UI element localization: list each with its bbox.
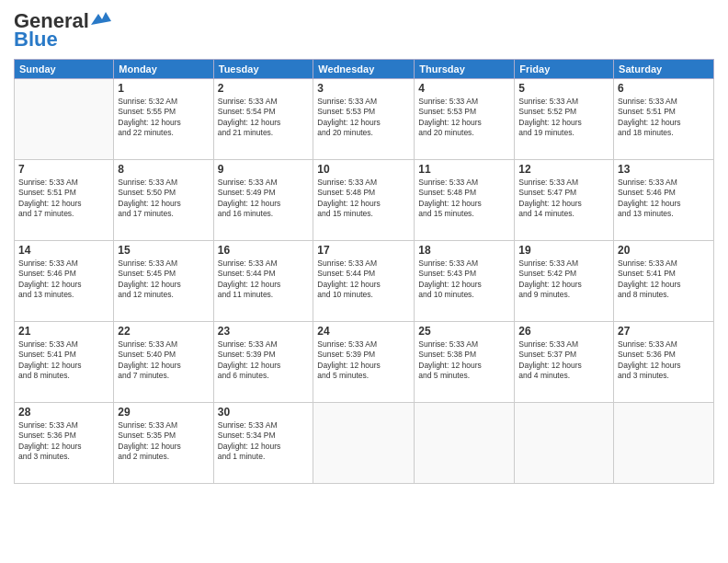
day-info: Sunrise: 5:33 AMSunset: 5:46 PMDaylight:…: [18, 259, 109, 301]
day-info: Sunrise: 5:33 AMSunset: 5:38 PMDaylight:…: [418, 339, 510, 382]
table-row: 25Sunrise: 5:33 AMSunset: 5:38 PMDayligh…: [415, 322, 515, 403]
day-info: Sunrise: 5:33 AMSunset: 5:49 PMDaylight:…: [218, 178, 310, 220]
table-row: 16Sunrise: 5:33 AMSunset: 5:44 PMDayligh…: [213, 241, 313, 322]
day-number: 13: [618, 163, 710, 176]
day-info: Sunrise: 5:33 AMSunset: 5:35 PMDaylight:…: [118, 420, 209, 463]
day-number: 19: [518, 244, 609, 257]
day-number: 22: [118, 325, 209, 338]
day-number: 8: [118, 163, 209, 176]
table-row: 1Sunrise: 5:32 AMSunset: 5:55 PMDaylight…: [114, 79, 213, 160]
day-number: 16: [218, 244, 310, 257]
table-row: 3Sunrise: 5:33 AMSunset: 5:53 PMDaylight…: [313, 79, 415, 160]
table-row: [15, 79, 114, 160]
day-info: Sunrise: 5:33 AMSunset: 5:39 PMDaylight:…: [317, 339, 410, 382]
table-row: 24Sunrise: 5:33 AMSunset: 5:39 PMDayligh…: [313, 322, 415, 403]
table-row: 7Sunrise: 5:33 AMSunset: 5:51 PMDaylight…: [15, 160, 114, 241]
calendar-week-row: 7Sunrise: 5:33 AMSunset: 5:51 PMDaylight…: [15, 160, 714, 241]
day-info: Sunrise: 5:33 AMSunset: 5:53 PMDaylight:…: [317, 97, 410, 139]
day-info: Sunrise: 5:33 AMSunset: 5:43 PMDaylight:…: [418, 259, 510, 301]
header: General Blue: [14, 9, 714, 52]
day-info: Sunrise: 5:33 AMSunset: 5:50 PMDaylight:…: [118, 178, 209, 220]
day-info: Sunrise: 5:33 AMSunset: 5:41 PMDaylight:…: [18, 339, 109, 382]
table-row: 23Sunrise: 5:33 AMSunset: 5:39 PMDayligh…: [213, 322, 313, 403]
table-row: 28Sunrise: 5:33 AMSunset: 5:36 PMDayligh…: [15, 403, 114, 484]
table-row: [415, 403, 515, 484]
logo: General Blue: [14, 9, 111, 52]
day-number: 14: [18, 244, 109, 257]
logo-blue: Blue: [14, 28, 58, 52]
day-info: Sunrise: 5:33 AMSunset: 5:39 PMDaylight:…: [218, 339, 310, 382]
day-number: 27: [618, 325, 710, 338]
day-info: Sunrise: 5:33 AMSunset: 5:51 PMDaylight:…: [618, 97, 710, 139]
day-number: 2: [218, 82, 310, 95]
table-row: 13Sunrise: 5:33 AMSunset: 5:46 PMDayligh…: [614, 160, 714, 241]
day-info: Sunrise: 5:33 AMSunset: 5:41 PMDaylight:…: [618, 259, 710, 301]
day-number: 26: [518, 325, 609, 338]
day-number: 12: [518, 163, 609, 176]
day-number: 17: [317, 244, 410, 257]
table-row: 27Sunrise: 5:33 AMSunset: 5:36 PMDayligh…: [614, 322, 714, 403]
col-tuesday: Tuesday: [213, 60, 313, 79]
day-number: 21: [18, 325, 109, 338]
col-wednesday: Wednesday: [313, 60, 415, 79]
table-row: 19Sunrise: 5:33 AMSunset: 5:42 PMDayligh…: [515, 241, 614, 322]
day-number: 3: [317, 82, 410, 95]
col-monday: Monday: [114, 60, 213, 79]
day-info: Sunrise: 5:33 AMSunset: 5:44 PMDaylight:…: [218, 259, 310, 301]
table-row: 20Sunrise: 5:33 AMSunset: 5:41 PMDayligh…: [614, 241, 714, 322]
table-row: 11Sunrise: 5:33 AMSunset: 5:48 PMDayligh…: [415, 160, 515, 241]
table-row: [313, 403, 415, 484]
col-sunday: Sunday: [15, 60, 114, 79]
day-info: Sunrise: 5:33 AMSunset: 5:51 PMDaylight:…: [18, 178, 109, 220]
day-number: 7: [18, 163, 109, 176]
day-info: Sunrise: 5:33 AMSunset: 5:44 PMDaylight:…: [317, 259, 410, 301]
day-info: Sunrise: 5:33 AMSunset: 5:36 PMDaylight:…: [18, 420, 109, 463]
day-info: Sunrise: 5:33 AMSunset: 5:34 PMDaylight:…: [218, 420, 310, 463]
table-row: 14Sunrise: 5:33 AMSunset: 5:46 PMDayligh…: [15, 241, 114, 322]
col-friday: Friday: [515, 60, 614, 79]
day-info: Sunrise: 5:32 AMSunset: 5:55 PMDaylight:…: [118, 97, 209, 139]
table-row: 21Sunrise: 5:33 AMSunset: 5:41 PMDayligh…: [15, 322, 114, 403]
day-number: 25: [418, 325, 510, 338]
table-row: 4Sunrise: 5:33 AMSunset: 5:53 PMDaylight…: [415, 79, 515, 160]
table-row: 10Sunrise: 5:33 AMSunset: 5:48 PMDayligh…: [313, 160, 415, 241]
day-number: 4: [418, 82, 510, 95]
day-number: 6: [618, 82, 710, 95]
table-row: 5Sunrise: 5:33 AMSunset: 5:52 PMDaylight…: [515, 79, 614, 160]
calendar-week-row: 14Sunrise: 5:33 AMSunset: 5:46 PMDayligh…: [15, 241, 714, 322]
table-row: 8Sunrise: 5:33 AMSunset: 5:50 PMDaylight…: [114, 160, 213, 241]
day-info: Sunrise: 5:33 AMSunset: 5:52 PMDaylight:…: [518, 97, 609, 139]
day-info: Sunrise: 5:33 AMSunset: 5:47 PMDaylight:…: [518, 178, 609, 220]
day-number: 15: [118, 244, 209, 257]
table-row: 2Sunrise: 5:33 AMSunset: 5:54 PMDaylight…: [213, 79, 313, 160]
day-number: 20: [618, 244, 710, 257]
day-info: Sunrise: 5:33 AMSunset: 5:48 PMDaylight:…: [317, 178, 410, 220]
page: General Blue Sunday Monday Tuesday Wedne…: [0, 0, 728, 563]
table-row: [515, 403, 614, 484]
svg-marker-0: [91, 12, 111, 25]
day-info: Sunrise: 5:33 AMSunset: 5:36 PMDaylight:…: [618, 339, 710, 382]
calendar-week-row: 28Sunrise: 5:33 AMSunset: 5:36 PMDayligh…: [15, 403, 714, 484]
calendar-week-row: 1Sunrise: 5:32 AMSunset: 5:55 PMDaylight…: [15, 79, 714, 160]
day-info: Sunrise: 5:33 AMSunset: 5:37 PMDaylight:…: [518, 339, 609, 382]
day-number: 9: [218, 163, 310, 176]
day-info: Sunrise: 5:33 AMSunset: 5:53 PMDaylight:…: [418, 97, 510, 139]
table-row: 29Sunrise: 5:33 AMSunset: 5:35 PMDayligh…: [114, 403, 213, 484]
day-number: 23: [218, 325, 310, 338]
calendar-table: Sunday Monday Tuesday Wednesday Thursday…: [14, 59, 714, 484]
table-row: 30Sunrise: 5:33 AMSunset: 5:34 PMDayligh…: [213, 403, 313, 484]
table-row: 12Sunrise: 5:33 AMSunset: 5:47 PMDayligh…: [515, 160, 614, 241]
table-row: 26Sunrise: 5:33 AMSunset: 5:37 PMDayligh…: [515, 322, 614, 403]
day-info: Sunrise: 5:33 AMSunset: 5:46 PMDaylight:…: [618, 178, 710, 220]
day-info: Sunrise: 5:33 AMSunset: 5:40 PMDaylight:…: [118, 339, 209, 382]
table-row: 9Sunrise: 5:33 AMSunset: 5:49 PMDaylight…: [213, 160, 313, 241]
table-row: 15Sunrise: 5:33 AMSunset: 5:45 PMDayligh…: [114, 241, 213, 322]
day-number: 18: [418, 244, 510, 257]
day-info: Sunrise: 5:33 AMSunset: 5:54 PMDaylight:…: [218, 97, 310, 139]
day-number: 1: [118, 82, 209, 95]
day-info: Sunrise: 5:33 AMSunset: 5:45 PMDaylight:…: [118, 259, 209, 301]
day-number: 30: [218, 406, 310, 419]
calendar-week-row: 21Sunrise: 5:33 AMSunset: 5:41 PMDayligh…: [15, 322, 714, 403]
col-saturday: Saturday: [614, 60, 714, 79]
table-row: 18Sunrise: 5:33 AMSunset: 5:43 PMDayligh…: [415, 241, 515, 322]
